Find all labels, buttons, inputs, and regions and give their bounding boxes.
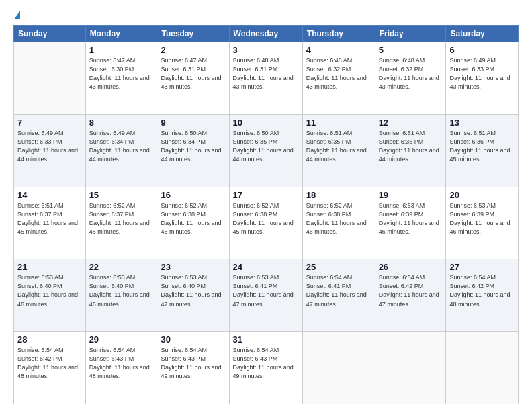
day-number: 16: [161, 190, 225, 200]
day-info: Sunrise: 6:54 AMSunset: 6:42 PMDaylight:…: [449, 274, 510, 307]
calendar-cell: 21 Sunrise: 6:53 AMSunset: 6:40 PMDaylig…: [14, 259, 86, 332]
day-number: 29: [89, 334, 154, 345]
calendar-week-row: 21 Sunrise: 6:53 AMSunset: 6:40 PMDaylig…: [14, 259, 519, 332]
calendar-cell: 27 Sunrise: 6:54 AMSunset: 6:42 PMDaylig…: [446, 259, 519, 332]
day-number: 31: [233, 334, 299, 345]
day-number: 28: [17, 334, 82, 345]
day-info: Sunrise: 6:51 AMSunset: 6:36 PMDaylight:…: [379, 130, 439, 163]
day-info: Sunrise: 6:51 AMSunset: 6:35 PMDaylight:…: [306, 130, 367, 163]
calendar-cell: 9 Sunrise: 6:50 AMSunset: 6:34 PMDayligh…: [157, 114, 229, 187]
calendar-cell: 28 Sunrise: 6:54 AMSunset: 6:42 PMDaylig…: [14, 332, 86, 404]
calendar-cell: [375, 332, 446, 404]
day-info: Sunrise: 6:47 AMSunset: 6:31 PMDaylight:…: [161, 57, 221, 90]
day-number: 19: [379, 190, 443, 200]
calendar-cell: 26 Sunrise: 6:54 AMSunset: 6:42 PMDaylig…: [375, 259, 446, 332]
day-info: Sunrise: 6:52 AMSunset: 6:38 PMDaylight:…: [306, 202, 367, 235]
calendar-day-header: Sunday: [14, 26, 86, 42]
calendar-cell: 11 Sunrise: 6:51 AMSunset: 6:35 PMDaylig…: [302, 114, 375, 187]
calendar-cell: 23 Sunrise: 6:53 AMSunset: 6:40 PMDaylig…: [157, 259, 229, 332]
day-number: 24: [233, 262, 299, 272]
calendar-cell: [302, 332, 375, 404]
day-number: 1: [89, 45, 154, 55]
day-info: Sunrise: 6:51 AMSunset: 6:36 PMDaylight:…: [449, 130, 510, 163]
day-number: 26: [379, 262, 443, 272]
page: SundayMondayTuesdayWednesdayThursdayFrid…: [0, 0, 532, 411]
day-number: 3: [233, 45, 299, 55]
calendar-cell: 18 Sunrise: 6:52 AMSunset: 6:38 PMDaylig…: [302, 187, 375, 259]
day-info: Sunrise: 6:53 AMSunset: 6:39 PMDaylight:…: [379, 202, 439, 235]
day-number: 21: [17, 262, 82, 272]
calendar-cell: 25 Sunrise: 6:54 AMSunset: 6:41 PMDaylig…: [302, 259, 375, 332]
day-info: Sunrise: 6:54 AMSunset: 6:43 PMDaylight:…: [161, 347, 221, 379]
calendar-day-header: Friday: [375, 26, 446, 42]
day-number: 23: [161, 262, 225, 272]
day-info: Sunrise: 6:53 AMSunset: 6:40 PMDaylight:…: [17, 274, 78, 307]
calendar-week-row: 1 Sunrise: 6:47 AMSunset: 6:30 PMDayligh…: [14, 42, 519, 115]
day-info: Sunrise: 6:49 AMSunset: 6:34 PMDaylight:…: [89, 130, 150, 163]
calendar-day-header: Thursday: [302, 26, 375, 42]
calendar-cell: 19 Sunrise: 6:53 AMSunset: 6:39 PMDaylig…: [375, 187, 446, 259]
day-number: 2: [161, 45, 225, 55]
day-number: 17: [233, 190, 299, 200]
day-number: 25: [306, 262, 371, 272]
day-info: Sunrise: 6:51 AMSunset: 6:37 PMDaylight:…: [17, 202, 78, 235]
day-number: 12: [379, 118, 443, 128]
day-info: Sunrise: 6:52 AMSunset: 6:38 PMDaylight:…: [233, 202, 294, 235]
day-number: 30: [161, 334, 225, 345]
calendar-cell: [446, 332, 519, 404]
calendar-cell: 29 Sunrise: 6:54 AMSunset: 6:43 PMDaylig…: [85, 332, 157, 404]
calendar-cell: 31 Sunrise: 6:54 AMSunset: 6:43 PMDaylig…: [229, 332, 302, 404]
calendar-header-row: SundayMondayTuesdayWednesdayThursdayFrid…: [14, 26, 519, 42]
calendar-day-header: Monday: [85, 26, 157, 42]
day-info: Sunrise: 6:53 AMSunset: 6:40 PMDaylight:…: [89, 274, 150, 307]
day-info: Sunrise: 6:54 AMSunset: 6:42 PMDaylight:…: [379, 274, 439, 307]
calendar-cell: 13 Sunrise: 6:51 AMSunset: 6:36 PMDaylig…: [446, 114, 519, 187]
calendar-cell: 5 Sunrise: 6:48 AMSunset: 6:32 PMDayligh…: [375, 42, 446, 115]
calendar-cell: 7 Sunrise: 6:49 AMSunset: 6:33 PMDayligh…: [14, 114, 86, 187]
day-number: 5: [379, 45, 443, 55]
calendar-cell: 22 Sunrise: 6:53 AMSunset: 6:40 PMDaylig…: [85, 259, 157, 332]
day-info: Sunrise: 6:52 AMSunset: 6:38 PMDaylight:…: [161, 202, 221, 235]
day-info: Sunrise: 6:48 AMSunset: 6:32 PMDaylight:…: [379, 57, 439, 90]
logo-triangle-icon: [14, 11, 20, 19]
day-number: 27: [449, 262, 515, 272]
calendar-cell: [14, 42, 86, 115]
calendar-day-header: Tuesday: [157, 26, 229, 42]
header: [13, 11, 519, 18]
day-number: 9: [161, 118, 225, 128]
calendar-day-header: Wednesday: [229, 26, 302, 42]
day-info: Sunrise: 6:53 AMSunset: 6:41 PMDaylight:…: [233, 274, 294, 307]
day-info: Sunrise: 6:50 AMSunset: 6:35 PMDaylight:…: [233, 130, 294, 163]
calendar-cell: 3 Sunrise: 6:48 AMSunset: 6:31 PMDayligh…: [229, 42, 302, 115]
calendar-cell: 10 Sunrise: 6:50 AMSunset: 6:35 PMDaylig…: [229, 114, 302, 187]
calendar-cell: 6 Sunrise: 6:49 AMSunset: 6:33 PMDayligh…: [446, 42, 519, 115]
day-number: 10: [233, 118, 299, 128]
calendar-cell: 2 Sunrise: 6:47 AMSunset: 6:31 PMDayligh…: [157, 42, 229, 115]
calendar-cell: 4 Sunrise: 6:48 AMSunset: 6:32 PMDayligh…: [302, 42, 375, 115]
day-number: 6: [449, 45, 515, 55]
calendar-day-header: Saturday: [446, 26, 519, 42]
calendar-week-row: 28 Sunrise: 6:54 AMSunset: 6:42 PMDaylig…: [14, 332, 519, 404]
day-info: Sunrise: 6:48 AMSunset: 6:32 PMDaylight:…: [306, 57, 367, 90]
calendar-cell: 15 Sunrise: 6:52 AMSunset: 6:37 PMDaylig…: [85, 187, 157, 259]
day-number: 22: [89, 262, 154, 272]
day-number: 20: [449, 190, 515, 200]
calendar-cell: 12 Sunrise: 6:51 AMSunset: 6:36 PMDaylig…: [375, 114, 446, 187]
day-number: 4: [306, 45, 371, 55]
day-number: 8: [89, 118, 154, 128]
calendar-cell: 16 Sunrise: 6:52 AMSunset: 6:38 PMDaylig…: [157, 187, 229, 259]
day-info: Sunrise: 6:53 AMSunset: 6:39 PMDaylight:…: [449, 202, 510, 235]
day-info: Sunrise: 6:52 AMSunset: 6:37 PMDaylight:…: [89, 202, 150, 235]
calendar-cell: 17 Sunrise: 6:52 AMSunset: 6:38 PMDaylig…: [229, 187, 302, 259]
day-info: Sunrise: 6:53 AMSunset: 6:40 PMDaylight:…: [161, 274, 221, 307]
day-number: 18: [306, 190, 371, 200]
day-info: Sunrise: 6:49 AMSunset: 6:33 PMDaylight:…: [449, 57, 510, 90]
day-info: Sunrise: 6:54 AMSunset: 6:41 PMDaylight:…: [306, 274, 367, 307]
calendar-cell: 30 Sunrise: 6:54 AMSunset: 6:43 PMDaylig…: [157, 332, 229, 404]
day-number: 7: [17, 118, 82, 128]
calendar-cell: 24 Sunrise: 6:53 AMSunset: 6:41 PMDaylig…: [229, 259, 302, 332]
day-info: Sunrise: 6:54 AMSunset: 6:42 PMDaylight:…: [17, 347, 78, 379]
day-number: 14: [17, 190, 82, 200]
day-number: 15: [89, 190, 154, 200]
day-info: Sunrise: 6:54 AMSunset: 6:43 PMDaylight:…: [233, 347, 294, 379]
